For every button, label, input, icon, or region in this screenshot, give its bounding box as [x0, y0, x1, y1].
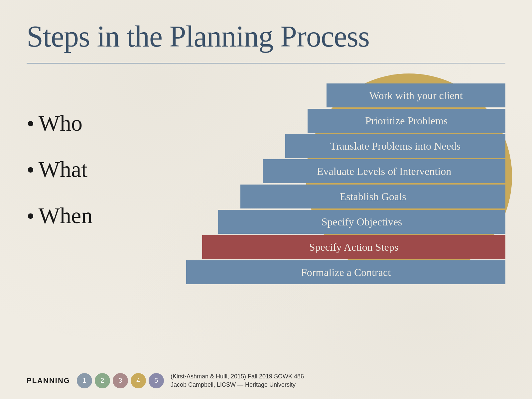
pyramid-section: Work with your client Prioritize Problem… — [186, 83, 505, 286]
step-translate-problems: Translate Problems into Needs — [285, 134, 505, 158]
bullet-what: • What — [27, 156, 186, 183]
step-formalize-contract: Formalize a Contract — [186, 260, 505, 284]
bullet-when: • When — [27, 202, 186, 229]
step-specify-objectives: Specify Objectives — [218, 210, 505, 234]
step-evaluate-levels: Evaluate Levels of Intervention — [263, 159, 505, 183]
step-prioritize-problems: Prioritize Problems — [308, 109, 505, 133]
step-establish-goals: Establish Goals — [240, 185, 505, 208]
page-circles: 1 2 3 4 5 — [77, 373, 164, 388]
bullets-section: • Who • What • When — [27, 83, 186, 229]
divider — [27, 63, 505, 64]
page-title: Steps in the Planning Process — [27, 20, 505, 53]
slide: Steps in the Planning Process • Who • Wh… — [0, 0, 532, 399]
bullet-who: • Who — [27, 110, 186, 136]
page-circle-4[interactable]: 4 — [131, 373, 146, 388]
footer-label: PLANNING — [27, 376, 70, 385]
step-specify-action-steps: Specify Action Steps — [202, 235, 505, 259]
steps-container: Work with your client Prioritize Problem… — [186, 83, 505, 286]
page-circle-3[interactable]: 3 — [113, 373, 128, 388]
page-circle-2[interactable]: 2 — [95, 373, 110, 388]
content-area: • Who • What • When Work with your clien… — [27, 83, 505, 316]
footer-citation: (Kirst-Ashman & Hulll, 2015) Fall 2019 S… — [171, 372, 304, 389]
step-work-with-client: Work with your client — [327, 83, 505, 107]
page-circle-1[interactable]: 1 — [77, 373, 92, 388]
page-circle-5[interactable]: 5 — [149, 373, 164, 388]
footer: PLANNING 1 2 3 4 5 (Kirst-Ashman & Hulll… — [27, 372, 505, 389]
